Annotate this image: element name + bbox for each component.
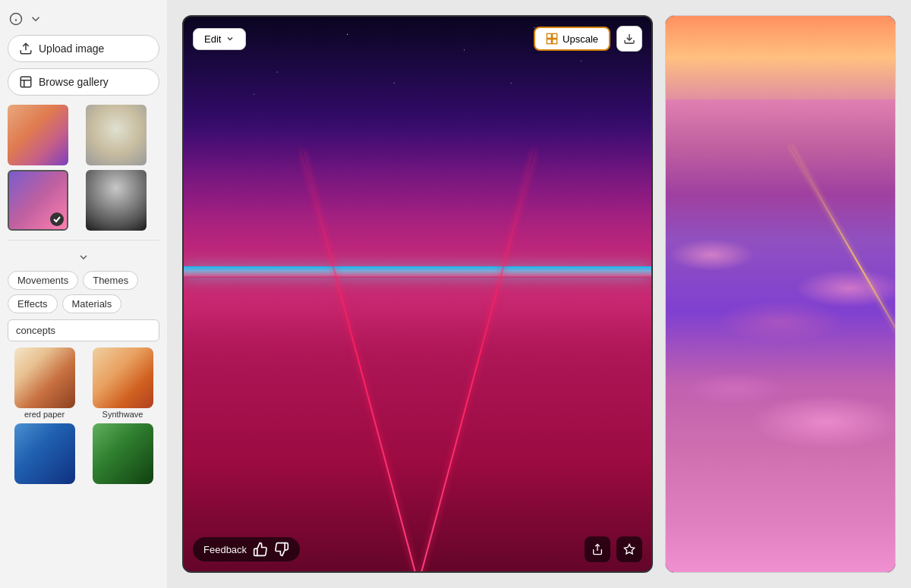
thumbs-up-icon[interactable] xyxy=(253,542,268,557)
upscale-button[interactable]: Upscale xyxy=(534,27,610,51)
svg-rect-6 xyxy=(553,33,557,38)
browse-gallery-label: Browse gallery xyxy=(39,76,109,88)
zoomed-image xyxy=(666,16,895,572)
upload-image-button[interactable]: Upload image xyxy=(8,35,159,62)
expand-icon[interactable] xyxy=(29,12,43,26)
neon-line-right xyxy=(419,151,535,571)
concepts-search-input[interactable] xyxy=(8,319,159,341)
thumbnail-1[interactable] xyxy=(8,105,68,165)
toolbar-right: Upscale xyxy=(534,26,642,52)
svg-marker-11 xyxy=(624,544,634,554)
tag-themes[interactable]: Themes xyxy=(83,271,138,290)
synthwave-main-image xyxy=(184,17,651,571)
divider-1 xyxy=(8,240,159,241)
style-card-wrapper-2: Synthwave xyxy=(86,347,159,419)
tags-row: Movements Themes Effects Materials xyxy=(8,271,159,313)
tag-materials[interactable]: Materials xyxy=(62,294,122,313)
sidebar: Upload image Browse gallery Movements Th… xyxy=(0,0,167,588)
feedback-label: Feedback xyxy=(203,544,247,555)
svg-rect-5 xyxy=(547,33,551,38)
collapse-button[interactable] xyxy=(8,250,159,265)
thumbnail-3[interactable] xyxy=(8,170,68,231)
image-toolbar: Edit Upscale xyxy=(193,26,642,52)
svg-rect-8 xyxy=(553,39,557,44)
thumbnail-2[interactable] xyxy=(86,105,147,165)
style-card-layered-paper[interactable] xyxy=(14,347,75,408)
style-card-4[interactable] xyxy=(93,423,153,484)
cloud-shapes xyxy=(666,155,895,489)
selected-check xyxy=(50,212,64,226)
style-grid: ered paper Synthwave xyxy=(8,347,159,486)
main-image-panel: Edit Upscale xyxy=(182,15,653,573)
edit-label: Edit xyxy=(204,33,221,45)
right-image-panel xyxy=(665,15,896,573)
svg-rect-4 xyxy=(20,77,31,87)
image-footer: Feedback xyxy=(193,536,642,562)
sidebar-top-bar xyxy=(8,9,159,29)
style-card-wrapper-4 xyxy=(86,423,159,486)
style-card-label-1: ered paper xyxy=(24,410,65,419)
upscale-label: Upscale xyxy=(563,33,598,45)
style-card-3[interactable] xyxy=(14,423,75,484)
main-image-container: Edit Upscale xyxy=(182,15,653,573)
style-card-wrapper-1: ered paper xyxy=(8,347,81,419)
tag-effects[interactable]: Effects xyxy=(8,294,58,313)
style-card-label-2: Synthwave xyxy=(102,410,143,419)
thumbnail-grid xyxy=(8,105,159,231)
upload-image-label: Upload image xyxy=(39,42,104,55)
main-content: Edit Upscale xyxy=(167,0,911,588)
thumbs-down-icon[interactable] xyxy=(274,542,289,557)
svg-rect-7 xyxy=(547,39,551,44)
thumbnail-4[interactable] xyxy=(86,170,147,231)
browse-gallery-button[interactable]: Browse gallery xyxy=(8,68,159,96)
star-button[interactable] xyxy=(616,536,642,562)
neon-lines xyxy=(184,17,651,571)
style-card-wrapper-3 xyxy=(8,423,81,486)
style-card-synthwave[interactable] xyxy=(93,347,153,408)
neon-line-left xyxy=(301,151,418,571)
footer-actions xyxy=(585,536,642,562)
feedback-area: Feedback xyxy=(193,537,300,561)
tag-movements[interactable]: Movements xyxy=(8,271,78,290)
info-icon[interactable] xyxy=(9,12,23,26)
share-button[interactable] xyxy=(585,536,610,562)
edit-button[interactable]: Edit xyxy=(193,28,246,50)
download-button[interactable] xyxy=(616,26,642,52)
